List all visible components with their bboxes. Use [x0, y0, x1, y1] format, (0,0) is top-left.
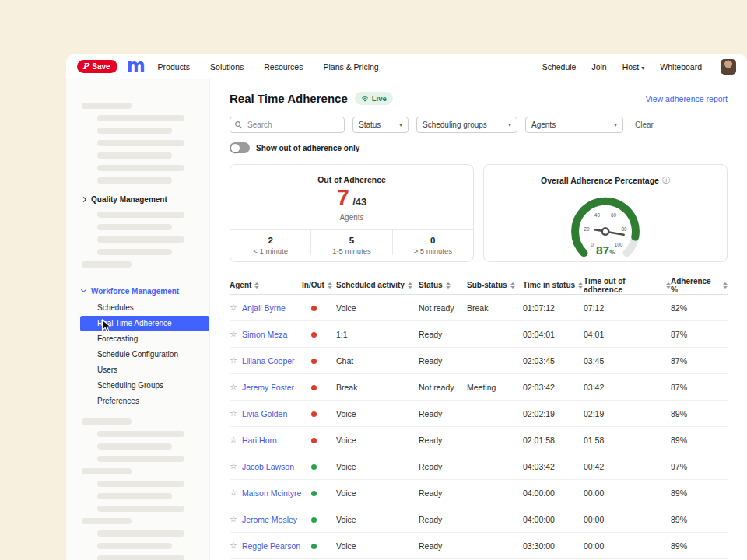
nav-host-label: Host	[622, 62, 640, 72]
scheduling-groups-filter[interactable]: Scheduling groups ▾	[416, 117, 517, 133]
agent-name-link[interactable]: Liliana Cooper	[242, 356, 295, 366]
agent-name-link[interactable]: Reggie Pearson	[242, 541, 300, 551]
column-label: Agent	[230, 281, 251, 289]
nav-solutions[interactable]: Solutions	[210, 62, 244, 72]
cell-adherence: 89%	[671, 488, 728, 498]
gauge-value: 87%	[596, 243, 615, 257]
agent-name-link[interactable]: Jerome Mosley	[242, 515, 297, 524]
column-header-substatus[interactable]: Sub-status	[467, 281, 523, 289]
star-icon[interactable]: ☆	[230, 514, 237, 524]
status-filter[interactable]: Status ▾	[352, 117, 409, 133]
sidebar-section-workforce-management[interactable]: Workforce Management	[66, 285, 209, 297]
view-adherence-report-link[interactable]: View adherence report	[646, 94, 728, 103]
gauge-tick: 20	[584, 226, 590, 232]
search-input[interactable]	[230, 117, 345, 133]
sidebar-item-forecasting[interactable]: Forecasting	[66, 331, 209, 347]
cell-status: Ready	[419, 541, 467, 551]
gauge-tick: 0	[591, 242, 594, 247]
breakdown-count: 5	[311, 236, 391, 245]
sidebar-section-quality-management[interactable]: Quality Management	[66, 193, 209, 205]
cell-status: Ready	[419, 409, 467, 418]
star-icon[interactable]: ☆	[230, 461, 237, 471]
nav-resources[interactable]: Resources	[264, 62, 303, 72]
table-row[interactable]: ☆ Reggie Pearson Voice Ready 03:30:00 00…	[230, 533, 728, 559]
star-icon[interactable]: ☆	[230, 329, 237, 339]
out-of-adherence-total: /43	[352, 196, 366, 208]
skeleton-bar	[97, 431, 184, 437]
sidebar-item-schedules[interactable]: Schedules	[66, 300, 209, 316]
column-header-activity[interactable]: Scheduled activity	[336, 281, 419, 289]
search-box[interactable]	[230, 117, 345, 133]
nav-schedule[interactable]: Schedule	[542, 62, 577, 72]
table-row[interactable]: ☆ Jeremy Foster Break Not ready Meeting …	[230, 374, 728, 401]
column-header-inout[interactable]: In/Out	[302, 281, 336, 289]
star-icon[interactable]: ☆	[230, 435, 237, 445]
column-label: Time out of adherence	[584, 277, 663, 294]
adherence-only-toggle[interactable]	[230, 142, 250, 153]
cell-activity: Voice	[336, 409, 419, 418]
agent-name-link[interactable]: Maison Mcintyre	[242, 488, 301, 498]
nav-whiteboard[interactable]: Whiteboard	[660, 62, 702, 72]
miro-logo[interactable]: m	[127, 58, 146, 73]
table-row[interactable]: ☆ Livia Golden Voice Ready 02:02:19 02:1…	[230, 401, 728, 427]
sort-icon	[446, 282, 451, 289]
column-header-time-out[interactable]: Time out of adherence	[584, 277, 671, 294]
user-avatar[interactable]	[721, 59, 736, 75]
nav-products[interactable]: Products	[158, 62, 190, 72]
skeleton-bar	[97, 165, 184, 171]
table-row[interactable]: ☆ Maison Mcintyre Voice Ready 04:00:00 0…	[230, 480, 728, 506]
caret-down-icon: ▾	[399, 121, 402, 128]
cell-time-in-status: 04:00:00	[523, 515, 584, 524]
info-icon[interactable]: ⓘ	[662, 175, 670, 186]
star-icon[interactable]: ☆	[230, 303, 237, 313]
overall-adherence-title-text: Overall Adherence Percentage	[541, 176, 659, 185]
sidebar-item-users[interactable]: Users	[66, 362, 209, 378]
inout-dot	[311, 464, 317, 470]
table-row[interactable]: ☆ Simon Meza 1:1 Ready 03:04:01 04:01 87…	[230, 321, 728, 348]
column-header-adherence[interactable]: Adherence %	[671, 277, 728, 294]
nav-host[interactable]: Host▾	[622, 62, 645, 72]
sidebar-item-real-time-adherence[interactable]: Real Time Adherence	[80, 316, 209, 331]
nav-join[interactable]: Join	[591, 62, 606, 72]
star-icon[interactable]: ☆	[230, 541, 237, 551]
column-header-status[interactable]: Status	[419, 281, 467, 289]
star-icon[interactable]: ☆	[230, 382, 237, 392]
table-row[interactable]: ☆ Jacob Lawson Voice Ready 04:03:42 00:4…	[230, 453, 728, 480]
pinterest-save-button[interactable]: P Save	[77, 60, 117, 73]
star-icon[interactable]: ☆	[230, 488, 237, 498]
table-row[interactable]: ☆ Jerome Mosley Voice Ready 04:00:00 00:…	[230, 506, 728, 533]
star-icon[interactable]: ☆	[230, 355, 237, 366]
column-header-agent[interactable]: Agent	[230, 281, 302, 289]
agent-name-link[interactable]: Livia Golden	[242, 409, 287, 418]
agent-name-link[interactable]: Simon Meza	[242, 330, 287, 339]
clear-filters-button[interactable]: Clear	[635, 121, 654, 129]
cell-adherence: 87%	[671, 383, 728, 392]
cell-adherence: 89%	[671, 409, 728, 418]
table-row[interactable]: ☆ Anjali Byrne Voice Not ready Break 01:…	[230, 295, 728, 321]
out-of-adherence-count: 7	[337, 185, 349, 210]
sidebar: Quality Management Workforce Management …	[66, 79, 210, 560]
sidebar-item-schedule-configuration[interactable]: Schedule Configuration	[66, 347, 209, 362]
skeleton-bar	[82, 468, 132, 474]
toggle-label: Show out of adherence only	[256, 144, 359, 152]
adherence-gauge: 0 20 40 60 80 100	[550, 187, 661, 259]
agent-name-link[interactable]: Jeremy Foster	[242, 383, 294, 392]
agents-filter[interactable]: Agents ▾	[525, 117, 623, 133]
table-row[interactable]: ☆ Hari Horn Voice Ready 02:01:58 01:58 8…	[230, 427, 728, 453]
quality-management-label: Quality Management	[91, 195, 167, 204]
agent-name-link[interactable]: Hari Horn	[242, 436, 277, 445]
agent-name-link[interactable]: Jacob Lawson	[242, 462, 294, 471]
cell-status: Not ready	[419, 383, 467, 392]
scheduling-groups-filter-value: Scheduling groups	[423, 121, 487, 129]
column-header-time-in-status[interactable]: Time in status	[523, 281, 584, 289]
agent-name-link[interactable]: Anjali Byrne	[242, 303, 286, 313]
sort-icon	[578, 282, 583, 289]
table-row[interactable]: ☆ Liliana Cooper Chat Ready 02:03:45 03:…	[230, 348, 728, 374]
star-icon[interactable]: ☆	[230, 408, 237, 418]
skeleton-bar	[97, 212, 184, 218]
cell-adherence: 89%	[671, 436, 728, 445]
nav-plans-pricing[interactable]: Plans & Pricing	[323, 62, 378, 72]
sidebar-item-scheduling-groups[interactable]: Scheduling Groups	[66, 378, 209, 394]
sidebar-item-preferences[interactable]: Preferences	[66, 394, 209, 409]
inout-dot	[311, 332, 317, 338]
